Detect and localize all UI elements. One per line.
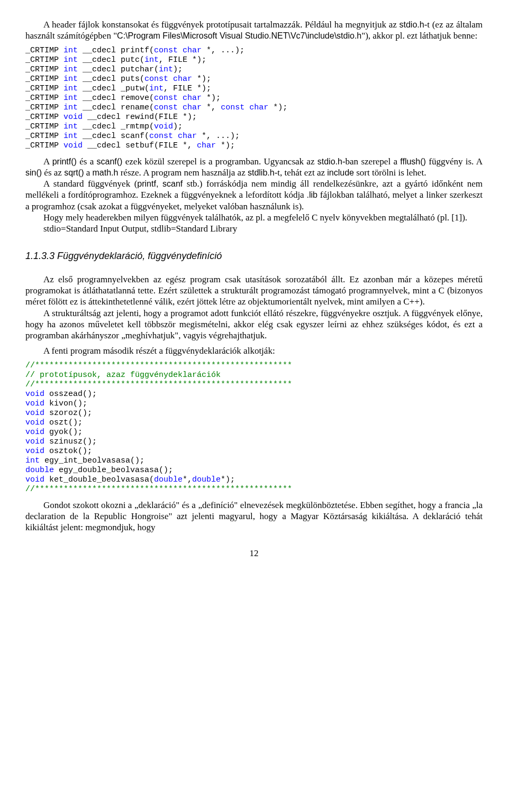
paragraph-first-langs: Az első programnyelvekben az egész progr… [25, 274, 483, 308]
text: A strukturáltság azt jelenti, hogy a pro… [25, 308, 483, 341]
fn: printf() [52, 157, 77, 166]
code-block-crtimp: _CRTIMP int __cdecl printf(const char *,… [25, 46, 483, 151]
ext: .lib [307, 190, 318, 199]
paragraph-prog-second-part: A fenti program második részét a függvén… [25, 345, 483, 356]
text: sort törölni is lehet. [354, 168, 426, 178]
paragraph-printf-scanf: A printf() és a scanf() ezek közül szere… [25, 156, 483, 179]
fn: fflush() [400, 157, 426, 166]
paragraph-headers-ref: Hogy mely headerekben milyen függvények … [25, 212, 483, 223]
file: math.h [93, 168, 119, 177]
text: "), akkor pl. ezt láthatjuk benne: [361, 31, 477, 41]
filename: stdio.h [399, 20, 424, 29]
text: a [84, 168, 92, 178]
text: Az első programnyelvekben az egész progr… [25, 274, 483, 307]
paragraph-standard-fns: A standard függvények (printf, scanf stb… [25, 178, 483, 212]
fns: printf, scanf [137, 179, 183, 188]
section-heading: 1.1.3.3 Függvénydeklaráció, függvénydefi… [25, 250, 483, 262]
fn: sqrt() [64, 168, 84, 177]
text: -t, tehát ezt az [275, 168, 328, 178]
text: A standard függvények ( [43, 179, 137, 189]
paragraph-declaration-definition: Gondot szokott okozni a „deklaráció" és … [25, 500, 483, 533]
text: Gondot szokott okozni a „deklaráció" és … [25, 500, 483, 533]
fn: sin() [25, 168, 42, 177]
page-number: 12 [25, 548, 483, 559]
paragraph-structuring: A strukturáltság azt jelenti, hogy a pro… [25, 308, 483, 342]
text: A [43, 156, 52, 167]
text: A header fájlok konstansokat és függvény… [43, 20, 399, 30]
paragraph-stdio-stdlib: stdio=Standard Input Output, stdlib=Stan… [25, 223, 483, 234]
fn: scanf() [97, 157, 123, 166]
text: és az [42, 168, 64, 178]
text: része. A program nem használja az [118, 168, 248, 178]
text: ezek közül szerepel is a programban. Ugy… [122, 156, 317, 167]
kw: include [327, 168, 354, 177]
text: Hogy mely headerekben milyen függvények … [43, 213, 467, 223]
paragraph-header-intro: A header fájlok konstansokat és függvény… [25, 19, 483, 42]
text: függvény is. A [426, 156, 483, 167]
file: stdlib.h [248, 168, 275, 177]
text: és a [77, 156, 97, 167]
filepath: C:\Program Files\Microsoft Visual Studio… [117, 31, 361, 40]
text: stdio=Standard Input Output, stdlib=Stan… [43, 224, 237, 234]
code-block-prototypes: //**************************************… [25, 361, 483, 494]
text: A fenti program második részét a függvén… [43, 346, 275, 356]
text: -ban szerepel a [342, 156, 400, 167]
file: stdio.h [318, 157, 342, 166]
